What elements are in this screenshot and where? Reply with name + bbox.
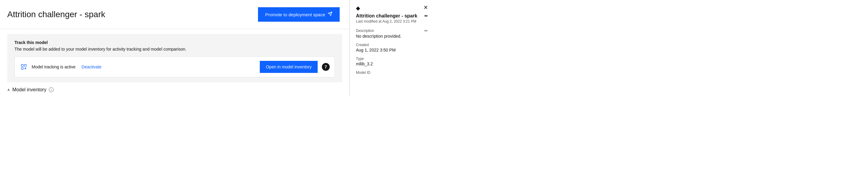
panel-model-name: Attrition challenger - spark ✏ bbox=[356, 13, 428, 19]
type-field: Type mllib_3.2 bbox=[356, 57, 428, 66]
model-id-label: Model ID bbox=[356, 70, 428, 75]
edit-name-icon[interactable]: ✏ bbox=[424, 13, 428, 19]
description-label: Description ✏ bbox=[356, 28, 428, 33]
promote-button-label: Promote to deployment space bbox=[265, 12, 325, 17]
tracking-active-label: Model tracking is active bbox=[32, 64, 76, 69]
model-inventory-section: ∧ Model inventory i bbox=[0, 82, 349, 96]
tracking-status-bar: Model tracking is active Deactivate Open… bbox=[14, 56, 335, 77]
track-model-section: Track this model The model will be added… bbox=[7, 34, 342, 82]
page-title: Attrition challenger - spark bbox=[7, 10, 105, 19]
close-button[interactable]: ✕ bbox=[424, 5, 428, 10]
panel-last-modified: Last modified at Aug 2, 2022 3:21 PM bbox=[356, 19, 428, 24]
diamond-icon: ◆ bbox=[356, 5, 360, 11]
type-value: mllib_3.2 bbox=[356, 61, 428, 66]
created-label: Created bbox=[356, 43, 428, 47]
chevron-up-icon[interactable]: ∧ bbox=[7, 88, 10, 92]
created-value: Aug 1, 2022 3:50 PM bbox=[356, 47, 428, 53]
tracking-icon bbox=[20, 63, 28, 71]
page-header: Attrition challenger - spark Promote to … bbox=[0, 0, 349, 29]
track-model-title: Track this model bbox=[14, 40, 335, 45]
main-content: Attrition challenger - spark Promote to … bbox=[0, 0, 350, 96]
svg-rect-2 bbox=[22, 64, 23, 66]
created-field: Created Aug 1, 2022 3:50 PM bbox=[356, 43, 428, 53]
svg-rect-4 bbox=[22, 67, 23, 69]
tracking-left: Model tracking is active Deactivate bbox=[20, 63, 101, 71]
open-inventory-button[interactable]: Open in model inventory bbox=[260, 61, 318, 73]
promote-button[interactable]: Promote to deployment space bbox=[258, 7, 340, 22]
type-label: Type bbox=[356, 57, 428, 61]
description-value: No description provided. bbox=[356, 34, 428, 38]
deactivate-button[interactable]: Deactivate bbox=[82, 64, 101, 69]
step-badge: 7 bbox=[322, 63, 330, 71]
right-panel: ◆ ✕ Attrition challenger - spark ✏ Last … bbox=[350, 0, 434, 96]
panel-header: ◆ ✕ bbox=[356, 5, 428, 11]
model-id-field: Model ID bbox=[356, 70, 428, 75]
model-inventory-label: Model inventory bbox=[12, 87, 46, 93]
promote-icon bbox=[328, 11, 333, 18]
description-field: Description ✏ No description provided. bbox=[356, 28, 428, 38]
svg-rect-3 bbox=[24, 64, 26, 66]
edit-description-icon[interactable]: ✏ bbox=[424, 28, 428, 33]
track-model-description: The model will be added to your model in… bbox=[14, 47, 335, 52]
info-icon[interactable]: i bbox=[49, 87, 54, 92]
open-inventory-label: Open in model inventory bbox=[266, 64, 312, 69]
